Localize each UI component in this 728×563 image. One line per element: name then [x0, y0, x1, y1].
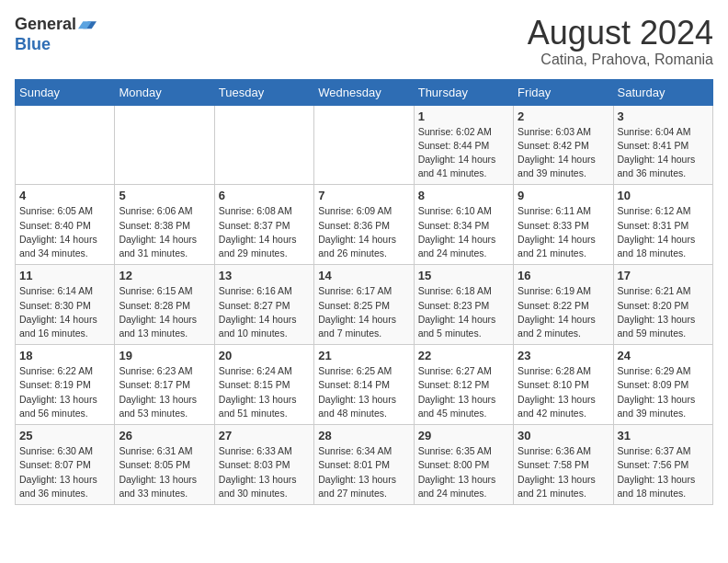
calendar-cell: 10Sunrise: 6:12 AM Sunset: 8:31 PM Dayli… — [613, 185, 712, 265]
calendar-cell: 7Sunrise: 6:09 AM Sunset: 8:36 PM Daylig… — [314, 185, 414, 265]
day-info: Sunrise: 6:24 AM Sunset: 8:15 PM Dayligh… — [219, 364, 310, 420]
day-info: Sunrise: 6:08 AM Sunset: 8:37 PM Dayligh… — [219, 204, 310, 260]
day-info: Sunrise: 6:06 AM Sunset: 8:38 PM Dayligh… — [119, 204, 210, 260]
day-info: Sunrise: 6:27 AM Sunset: 8:12 PM Dayligh… — [418, 364, 509, 420]
calendar-cell: 26Sunrise: 6:31 AM Sunset: 8:05 PM Dayli… — [115, 425, 214, 505]
calendar-cell: 21Sunrise: 6:25 AM Sunset: 8:14 PM Dayli… — [314, 345, 414, 425]
day-of-week-tuesday: Tuesday — [214, 79, 313, 105]
day-info: Sunrise: 6:33 AM Sunset: 8:03 PM Dayligh… — [219, 444, 310, 500]
calendar-week-row: 11Sunrise: 6:14 AM Sunset: 8:30 PM Dayli… — [16, 265, 713, 345]
day-info: Sunrise: 6:10 AM Sunset: 8:34 PM Dayligh… — [418, 204, 509, 260]
calendar-cell: 31Sunrise: 6:37 AM Sunset: 7:56 PM Dayli… — [613, 425, 712, 505]
day-info: Sunrise: 6:35 AM Sunset: 8:00 PM Dayligh… — [418, 444, 509, 500]
day-info: Sunrise: 6:22 AM Sunset: 8:19 PM Dayligh… — [19, 364, 110, 420]
day-number: 22 — [418, 349, 509, 362]
calendar-cell — [16, 105, 115, 185]
day-of-week-sunday: Sunday — [16, 79, 115, 105]
day-info: Sunrise: 6:30 AM Sunset: 8:07 PM Dayligh… — [19, 444, 110, 500]
calendar-cell: 15Sunrise: 6:18 AM Sunset: 8:23 PM Dayli… — [414, 265, 513, 345]
logo-icon — [78, 15, 97, 33]
day-of-week-wednesday: Wednesday — [314, 79, 414, 105]
day-number: 24 — [618, 349, 709, 362]
calendar-header-row: SundayMondayTuesdayWednesdayThursdayFrid… — [16, 79, 713, 105]
month-title: August 2024 — [528, 15, 713, 52]
day-number: 25 — [19, 429, 110, 442]
day-info: Sunrise: 6:25 AM Sunset: 8:14 PM Dayligh… — [318, 364, 409, 420]
day-number: 11 — [19, 269, 110, 282]
day-info: Sunrise: 6:36 AM Sunset: 7:58 PM Dayligh… — [518, 444, 609, 500]
calendar-cell: 16Sunrise: 6:19 AM Sunset: 8:22 PM Dayli… — [514, 265, 613, 345]
calendar-cell: 13Sunrise: 6:16 AM Sunset: 8:27 PM Dayli… — [214, 265, 313, 345]
location: Catina, Prahova, Romania — [528, 52, 713, 68]
day-info: Sunrise: 6:16 AM Sunset: 8:27 PM Dayligh… — [219, 284, 310, 340]
day-number: 13 — [219, 269, 310, 282]
calendar-cell: 3Sunrise: 6:04 AM Sunset: 8:41 PM Daylig… — [613, 105, 712, 185]
day-info: Sunrise: 6:04 AM Sunset: 8:41 PM Dayligh… — [618, 125, 709, 181]
day-number: 23 — [518, 349, 609, 362]
day-info: Sunrise: 6:28 AM Sunset: 8:10 PM Dayligh… — [518, 364, 609, 420]
day-number: 9 — [518, 189, 609, 202]
day-of-week-saturday: Saturday — [613, 79, 712, 105]
day-number: 5 — [119, 189, 210, 202]
calendar-week-row: 4Sunrise: 6:05 AM Sunset: 8:40 PM Daylig… — [16, 185, 713, 265]
logo: General Blue — [15, 15, 97, 54]
day-info: Sunrise: 6:29 AM Sunset: 8:09 PM Dayligh… — [618, 364, 709, 420]
day-info: Sunrise: 6:09 AM Sunset: 8:36 PM Dayligh… — [318, 204, 409, 260]
day-info: Sunrise: 6:03 AM Sunset: 8:42 PM Dayligh… — [518, 125, 609, 181]
day-number: 15 — [418, 269, 509, 282]
calendar-cell: 11Sunrise: 6:14 AM Sunset: 8:30 PM Dayli… — [16, 265, 115, 345]
day-info: Sunrise: 6:15 AM Sunset: 8:28 PM Dayligh… — [119, 284, 210, 340]
day-number: 27 — [219, 429, 310, 442]
day-number: 4 — [19, 189, 110, 202]
day-number: 18 — [19, 349, 110, 362]
calendar-week-row: 25Sunrise: 6:30 AM Sunset: 8:07 PM Dayli… — [16, 425, 713, 505]
calendar: SundayMondayTuesdayWednesdayThursdayFrid… — [15, 79, 713, 505]
day-of-week-monday: Monday — [115, 79, 214, 105]
day-number: 26 — [119, 429, 210, 442]
calendar-cell: 17Sunrise: 6:21 AM Sunset: 8:20 PM Dayli… — [613, 265, 712, 345]
calendar-cell: 5Sunrise: 6:06 AM Sunset: 8:38 PM Daylig… — [115, 185, 214, 265]
calendar-cell: 18Sunrise: 6:22 AM Sunset: 8:19 PM Dayli… — [16, 345, 115, 425]
day-number: 19 — [119, 349, 210, 362]
day-info: Sunrise: 6:34 AM Sunset: 8:01 PM Dayligh… — [318, 444, 409, 500]
calendar-week-row: 1Sunrise: 6:02 AM Sunset: 8:44 PM Daylig… — [16, 105, 713, 185]
calendar-cell: 25Sunrise: 6:30 AM Sunset: 8:07 PM Dayli… — [16, 425, 115, 505]
day-number: 6 — [219, 189, 310, 202]
calendar-cell: 4Sunrise: 6:05 AM Sunset: 8:40 PM Daylig… — [16, 185, 115, 265]
calendar-cell: 23Sunrise: 6:28 AM Sunset: 8:10 PM Dayli… — [514, 345, 613, 425]
calendar-cell: 12Sunrise: 6:15 AM Sunset: 8:28 PM Dayli… — [115, 265, 214, 345]
calendar-cell: 27Sunrise: 6:33 AM Sunset: 8:03 PM Dayli… — [214, 425, 313, 505]
day-info: Sunrise: 6:18 AM Sunset: 8:23 PM Dayligh… — [418, 284, 509, 340]
day-number: 3 — [618, 109, 709, 123]
day-of-week-thursday: Thursday — [414, 79, 513, 105]
header: General Blue August 2024 Catina, Prahova… — [15, 15, 713, 68]
day-number: 31 — [618, 429, 709, 442]
day-number: 12 — [119, 269, 210, 282]
calendar-cell: 22Sunrise: 6:27 AM Sunset: 8:12 PM Dayli… — [414, 345, 513, 425]
day-number: 17 — [618, 269, 709, 282]
day-number: 30 — [518, 429, 609, 442]
day-number: 29 — [418, 429, 509, 442]
calendar-cell: 30Sunrise: 6:36 AM Sunset: 7:58 PM Dayli… — [514, 425, 613, 505]
day-info: Sunrise: 6:12 AM Sunset: 8:31 PM Dayligh… — [618, 204, 709, 260]
day-info: Sunrise: 6:11 AM Sunset: 8:33 PM Dayligh… — [518, 204, 609, 260]
calendar-cell: 28Sunrise: 6:34 AM Sunset: 8:01 PM Dayli… — [314, 425, 414, 505]
day-number: 21 — [318, 349, 409, 362]
calendar-week-row: 18Sunrise: 6:22 AM Sunset: 8:19 PM Dayli… — [16, 345, 713, 425]
title-area: August 2024 Catina, Prahova, Romania — [528, 15, 713, 68]
day-info: Sunrise: 6:37 AM Sunset: 7:56 PM Dayligh… — [618, 444, 709, 500]
day-number: 16 — [518, 269, 609, 282]
day-number: 1 — [418, 109, 509, 123]
day-info: Sunrise: 6:17 AM Sunset: 8:25 PM Dayligh… — [318, 284, 409, 340]
calendar-cell — [214, 105, 313, 185]
logo-general-text: General — [15, 16, 76, 32]
calendar-cell: 9Sunrise: 6:11 AM Sunset: 8:33 PM Daylig… — [514, 185, 613, 265]
logo-blue-text: Blue — [15, 35, 51, 53]
day-info: Sunrise: 6:02 AM Sunset: 8:44 PM Dayligh… — [418, 125, 509, 181]
calendar-cell: 6Sunrise: 6:08 AM Sunset: 8:37 PM Daylig… — [214, 185, 313, 265]
day-number: 14 — [318, 269, 409, 282]
day-info: Sunrise: 6:23 AM Sunset: 8:17 PM Dayligh… — [119, 364, 210, 420]
day-info: Sunrise: 6:19 AM Sunset: 8:22 PM Dayligh… — [518, 284, 609, 340]
calendar-cell — [115, 105, 214, 185]
calendar-cell — [314, 105, 414, 185]
